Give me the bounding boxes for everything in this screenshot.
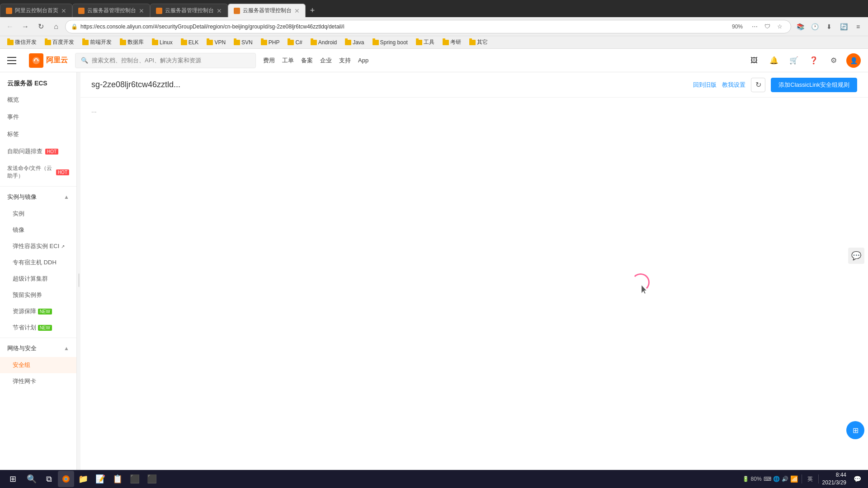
settings-icon[interactable]: ⚙ [826,53,841,68]
tab-3-close[interactable]: ✕ [217,7,222,14]
home-button[interactable]: ⌂ [50,20,62,33]
hamburger-menu[interactable] [7,53,22,68]
bookmark-tools-label: 工具 [424,38,434,46]
sidebar-item-tags[interactable]: 标签 [0,126,76,143]
help-icon[interactable]: ❓ [807,53,821,68]
nav-support[interactable]: 支持 [339,56,351,65]
cart-icon[interactable]: 🛒 [787,53,801,68]
sidebar-item-resource[interactable]: 资源保障 NEW [0,303,76,319]
tab-1-close[interactable]: ✕ [61,7,66,14]
bookmark-php[interactable]: PHP [257,38,283,47]
sidebar-section-network[interactable]: 网络与安全 ▲ [0,340,76,357]
address-bar[interactable]: 🔒 https://ecs.console.aliyun.com/#/secur… [65,20,791,33]
resource-label: 资源保障 [13,308,36,314]
add-classiclink-rule-button[interactable]: 添加ClassicLink安全组规则 [771,78,857,92]
back-button[interactable]: ← [4,20,16,33]
downloads-icon[interactable]: ⬇ [823,20,835,33]
bookmark-svn[interactable]: SVN [230,38,256,47]
nav-filing[interactable]: 备案 [301,56,313,65]
nav-enterprise[interactable]: 企业 [320,56,332,65]
qrcode-button[interactable]: ⊞ [846,421,864,439]
shield-icon[interactable]: 🛡 [762,21,773,32]
folder-icon [416,40,422,45]
taskbar-notes[interactable]: 📝 [92,471,108,487]
sidebar-item-nic[interactable]: 弹性网卡 [0,373,76,389]
back-to-old-link[interactable]: 回到旧版 [693,81,717,89]
nav-app[interactable]: App [358,57,368,64]
bookmark-java[interactable]: Java [341,38,368,47]
chat-float-button[interactable]: 💬 [848,248,864,264]
bookmark-linux[interactable]: Linux [148,38,176,47]
teach-settings-link[interactable]: 教我设置 [722,81,745,89]
sidebar-item-eci[interactable]: 弹性容器实例 ECI ↗ [0,238,76,254]
sidebar-section-instance[interactable]: 实例与镜像 ▲ [0,188,76,206]
notification-center[interactable]: 💬 [850,472,864,486]
taskbar-explorer[interactable]: 📁 [75,471,91,487]
refresh-button[interactable]: ↻ [751,78,765,92]
bookmark-vpn[interactable]: VPN [203,38,229,47]
star-icon[interactable]: ☆ [774,21,785,32]
tab-2-close[interactable]: ✕ [139,7,144,14]
start-button[interactable]: ⊞ [4,471,22,487]
taskbar-app1[interactable]: ⬛ [127,471,143,487]
bookmark-database[interactable]: 数据库 [116,38,147,47]
sidebar-item-savings[interactable]: 节省计划 NEW [0,319,76,336]
new-badge-1: NEW [38,309,52,314]
bookmark-android[interactable]: Android [307,38,340,47]
bell-icon[interactable]: 🔔 [767,53,781,68]
sidebar-item-events[interactable]: 事件 [0,108,76,126]
sidebar-item-overview[interactable]: 概览 [0,91,76,108]
sidebar-item-command[interactable]: 发送命令/文件（云助手） HOT [0,160,76,184]
forward-button[interactable]: → [19,20,32,33]
history-icon[interactable]: 🕐 [808,20,821,33]
bookmark-exam[interactable]: 考研 [439,38,465,47]
sidebar-item-reserved[interactable]: 预留实例券 [0,287,76,303]
time-display: 8:44 [822,471,846,479]
sidebar-item-security-group[interactable]: 安全组 [0,357,76,373]
bookmark-tools[interactable]: 工具 [412,38,438,47]
nav-ticket[interactable]: 工单 [282,56,294,65]
sync-icon[interactable]: 🔄 [837,20,850,33]
bookmark-baidu[interactable]: 百度开发 [41,38,78,47]
sidebar-item-supercluster[interactable]: 超级计算集群 [0,271,76,287]
sidebar-item-image[interactable]: 镜像 [0,222,76,238]
extensions-icon[interactable]: ≡ [852,20,864,33]
taskbar-firefox[interactable] [58,471,74,487]
spinner-wrapper [632,273,651,293]
logo-area[interactable]: 阿里云 [29,53,68,68]
sidebar-resize-handle[interactable] [77,72,80,488]
tags-label: 标签 [7,130,19,138]
tab-1[interactable]: 阿里云控制台首页 ✕ [0,4,72,17]
new-tab-button[interactable]: + [306,4,319,17]
taskbar-app2[interactable]: ⬛ [144,471,160,487]
bookmark-other[interactable]: 其它 [466,38,491,47]
search-input[interactable] [92,57,250,64]
more-icon[interactable]: ⋯ [749,21,760,32]
language-indicator[interactable]: 英 [806,474,815,484]
address-text: https://ecs.console.aliyun.com/#/securit… [80,23,726,30]
hamburger-line-1 [7,57,16,58]
header-search[interactable]: 🔍 [75,53,256,68]
reload-button[interactable]: ↻ [34,20,47,33]
taskbar-search[interactable]: 🔍 [24,471,40,487]
taskbar-taskview[interactable]: ⧉ [41,471,57,487]
network-section-label: 网络与安全 [7,344,37,352]
sidebar-item-ddh[interactable]: 专有宿主机 DDH [0,254,76,271]
bookmark-frontend[interactable]: 前端开发 [79,38,115,47]
avatar[interactable]: 👤 [846,53,861,68]
taskbar-files[interactable]: 📋 [109,471,126,487]
tab-4-close[interactable]: ✕ [294,7,300,14]
tab-2[interactable]: 云服务器管理控制台 ✕ [72,4,150,17]
tab-4[interactable]: 云服务器管理控制台 ✕ [228,4,306,17]
nav-cost[interactable]: 费用 [263,56,275,65]
sidebar-item-troubleshoot[interactable]: 自助问题排查 HOT [0,143,76,160]
bookmark-csharp[interactable]: C# [284,38,306,47]
bookmarks-icon[interactable]: 📚 [794,20,807,33]
bookmark-elk[interactable]: ELK [177,38,203,47]
bookmark-spring-boot[interactable]: Spring boot [369,38,411,47]
sidebar-item-instance[interactable]: 实例 [0,206,76,222]
tab-3[interactable]: 云服务器管理控制台 ✕ [150,4,228,17]
image-icon[interactable]: 🖼 [747,53,761,68]
bookmark-weixin[interactable]: 微信开发 [4,38,40,47]
lock-icon: 🔒 [71,23,78,30]
